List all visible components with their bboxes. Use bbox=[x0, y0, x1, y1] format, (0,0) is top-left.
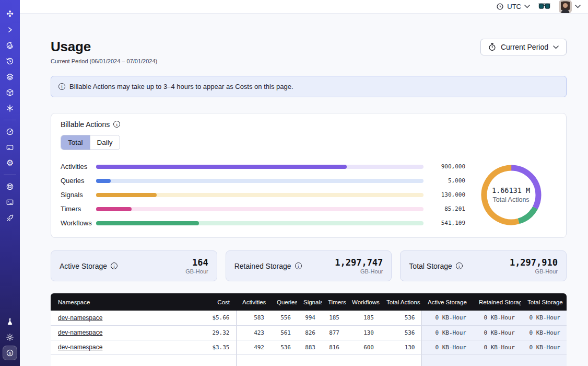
sidebar-divider bbox=[4, 175, 16, 175]
storage-card-label: Total Storage bbox=[409, 262, 452, 270]
cell-timers: 877 bbox=[322, 325, 346, 340]
cell-retained-storage: 0 KB-Hour bbox=[473, 311, 521, 325]
bar-row-timers: Timers85,201 bbox=[61, 202, 465, 216]
cell-empty bbox=[236, 354, 271, 366]
active-storage-card: Active Storage i 164 GB-Hour bbox=[51, 250, 217, 281]
cell-cost: 29.32 bbox=[188, 325, 236, 340]
bar-fill bbox=[96, 165, 347, 169]
rocket-icon[interactable] bbox=[3, 211, 17, 225]
table-row: dev-namespace$5.665835569941851855360 KB… bbox=[51, 311, 567, 325]
timezone-label: UTC bbox=[507, 3, 521, 10]
app-window: ✣ ⚙ bbox=[0, 0, 588, 366]
account-menu[interactable] bbox=[559, 0, 581, 13]
bar-label: Activities bbox=[61, 163, 96, 170]
bar-label: Workflows bbox=[61, 219, 96, 227]
cell-total-actions: 130 bbox=[380, 340, 421, 354]
period-selector-button[interactable]: Current Period bbox=[480, 39, 567, 55]
billable-actions-chart: Activities900,000Queries5,000Signals130,… bbox=[61, 159, 557, 230]
support-lifebuoy-icon[interactable] bbox=[3, 179, 17, 194]
info-icon[interactable]: i bbox=[113, 121, 120, 128]
storage-card-value: 1,297,747 bbox=[335, 257, 383, 268]
chevron-down-icon bbox=[553, 45, 559, 49]
credit-card-icon[interactable] bbox=[3, 140, 17, 155]
layers-icon[interactable] bbox=[3, 70, 17, 84]
terminal-icon[interactable] bbox=[3, 195, 17, 210]
sidebar: ✣ ⚙ bbox=[0, 0, 20, 366]
cell-empty bbox=[271, 354, 297, 366]
labs-flask-icon[interactable] bbox=[3, 314, 17, 329]
temporal-logo-icon[interactable]: ✣ bbox=[3, 7, 17, 21]
cell-workflows: 185 bbox=[346, 311, 380, 325]
asterisk-icon[interactable] bbox=[3, 101, 17, 116]
svg-text:$: $ bbox=[9, 351, 11, 356]
storage-card-unit: GB-Hour bbox=[185, 268, 208, 274]
bar-track bbox=[96, 179, 424, 183]
tab-total[interactable]: Total bbox=[61, 135, 90, 150]
table-row-partial bbox=[51, 354, 567, 366]
bar-row-queries: Queries5,000 bbox=[61, 174, 465, 188]
cell-empty bbox=[380, 354, 421, 366]
usage-gauge-icon[interactable] bbox=[3, 124, 17, 139]
cell-empty bbox=[188, 354, 236, 366]
bar-fill bbox=[96, 179, 111, 183]
glasses-icon[interactable] bbox=[538, 3, 550, 10]
bar-row-signals: Signals130,000 bbox=[61, 188, 465, 202]
cell-total-storage: 0 KB-Hour bbox=[521, 340, 567, 354]
bar-value: 130,000 bbox=[424, 191, 465, 198]
donut-chart: 1.66131 M Total Actions bbox=[465, 165, 557, 225]
bar-fill bbox=[96, 221, 199, 225]
settings-gear-icon[interactable]: ⚙ bbox=[3, 156, 17, 170]
donut-total-value: 1.66131 M bbox=[492, 186, 530, 195]
cell-namespace: dev-namespace bbox=[51, 311, 188, 325]
cell-queries: 536 bbox=[271, 340, 297, 354]
bar-track bbox=[96, 207, 424, 211]
storage-summary-row: Active Storage i 164 GB-Hour Retained St… bbox=[51, 250, 567, 281]
column-header-cost: Cost bbox=[188, 293, 236, 311]
namespace-link[interactable]: dev-namespace bbox=[58, 329, 102, 336]
column-header-activities: Activities bbox=[236, 293, 271, 311]
bar-row-workflows: Workflows541,109 bbox=[61, 216, 465, 230]
topbar: UTC bbox=[20, 0, 588, 14]
cube-icon[interactable] bbox=[3, 85, 17, 100]
cell-signals: 826 bbox=[297, 325, 322, 340]
cell-total-actions: 536 bbox=[380, 325, 421, 340]
cell-active-storage: 0 KB-Hour bbox=[421, 325, 473, 340]
bar-chart: Activities900,000Queries5,000Signals130,… bbox=[61, 159, 465, 230]
page-subtitle: Current Period (06/01/2024 – 07/01/2024) bbox=[51, 58, 157, 64]
info-icon[interactable]: i bbox=[295, 262, 302, 269]
bar-value: 900,000 bbox=[424, 163, 465, 170]
cell-cost: $5.66 bbox=[188, 311, 236, 325]
info-icon: i bbox=[58, 83, 65, 90]
timezone-selector[interactable]: UTC bbox=[496, 3, 530, 10]
bar-value: 5,000 bbox=[424, 177, 465, 184]
total-storage-card: Total Storage i 1,297,910 GB-Hour bbox=[400, 250, 567, 281]
period-selector-label: Current Period bbox=[501, 43, 548, 51]
info-icon[interactable]: i bbox=[111, 262, 117, 269]
bar-value: 85,201 bbox=[424, 205, 465, 212]
namespace-link[interactable]: dev-namespace bbox=[58, 344, 102, 351]
cell-timers: 816 bbox=[322, 340, 346, 354]
cell-total-actions: 536 bbox=[380, 311, 421, 325]
billing-coin-icon[interactable]: $ bbox=[3, 346, 17, 360]
avatar bbox=[559, 0, 572, 13]
tab-daily[interactable]: Daily bbox=[90, 135, 120, 150]
bar-fill bbox=[96, 207, 132, 211]
chevron-right-icon[interactable] bbox=[3, 22, 17, 37]
column-header-active-storage: Active Storage bbox=[421, 293, 473, 311]
column-header-total-storage: Total Storage bbox=[521, 293, 567, 311]
schedule-clock-icon[interactable] bbox=[3, 54, 17, 68]
cell-queries: 561 bbox=[271, 325, 297, 340]
bar-fill bbox=[96, 193, 157, 197]
namespaces-swirl-icon[interactable] bbox=[3, 38, 17, 53]
cell-empty bbox=[51, 354, 188, 366]
info-icon[interactable]: i bbox=[456, 262, 463, 269]
theme-sun-icon[interactable] bbox=[3, 330, 17, 345]
namespace-link[interactable]: dev-namespace bbox=[58, 314, 102, 322]
content: Usage Current Period (06/01/2024 – 07/01… bbox=[20, 14, 588, 366]
column-header-signals: Signals bbox=[297, 293, 322, 311]
storage-card-label: Retained Storage bbox=[234, 262, 291, 270]
cell-empty bbox=[322, 354, 346, 366]
namespace-usage-table: NamespaceCostActivitiesQueriesSignalsTim… bbox=[51, 293, 567, 366]
table-row: dev-namespace$3.354925368838166001300 KB… bbox=[51, 340, 567, 354]
cell-activities: 423 bbox=[236, 325, 271, 340]
